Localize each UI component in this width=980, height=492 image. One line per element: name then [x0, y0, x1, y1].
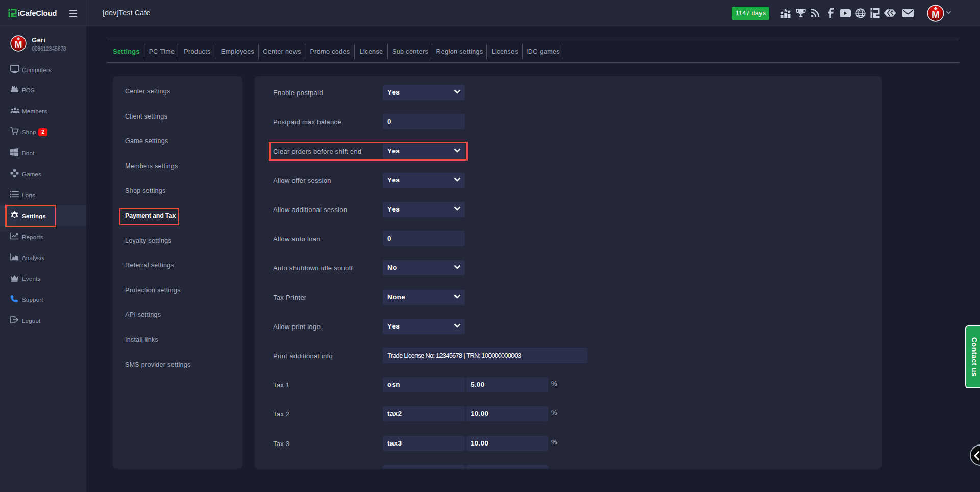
svg-text:M: M [15, 39, 22, 50]
svg-text:M: M [932, 9, 940, 20]
